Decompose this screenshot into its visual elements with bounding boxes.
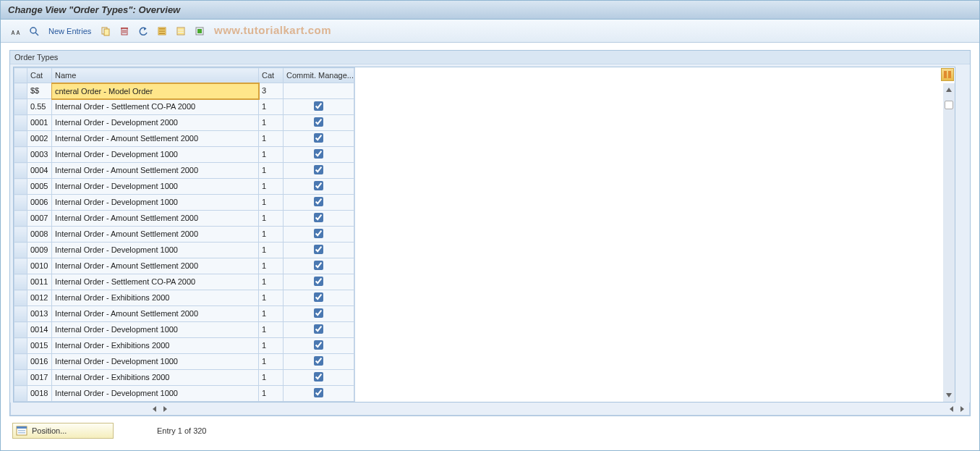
- row-selector[interactable]: [14, 354, 27, 370]
- row-selector[interactable]: [14, 338, 27, 354]
- cell-commit[interactable]: [284, 211, 354, 227]
- cell-cat1[interactable]: 0016: [27, 354, 52, 370]
- cell-name[interactable]: Internal Order - Settlement CO-PA 2000: [52, 99, 259, 115]
- commit-checkbox[interactable]: [314, 213, 323, 222]
- row-selector[interactable]: [14, 115, 27, 131]
- col-header-cat1[interactable]: Cat: [27, 68, 52, 83]
- cell-name[interactable]: Internal Order - Exhibitions 2000: [52, 338, 259, 354]
- commit-checkbox[interactable]: [314, 292, 323, 302]
- commit-checkbox[interactable]: [314, 181, 323, 190]
- cell-name[interactable]: Internal Order - Development 1000: [52, 195, 259, 211]
- cell-commit[interactable]: [284, 115, 354, 131]
- cell-commit[interactable]: [284, 354, 354, 370]
- cell-name[interactable]: Internal Order - Amount Settlement 2000: [52, 131, 259, 147]
- cell-cat1[interactable]: 0004: [27, 163, 52, 179]
- row-selector[interactable]: [14, 290, 27, 306]
- row-selector[interactable]: [14, 274, 27, 290]
- copy-icon[interactable]: [98, 24, 113, 38]
- row-selector[interactable]: [14, 243, 27, 258]
- cell-name[interactable]: Internal Order - Development 2000: [52, 115, 259, 131]
- cell-cat1[interactable]: 0002: [27, 131, 52, 147]
- commit-checkbox[interactable]: [314, 133, 323, 143]
- commit-checkbox[interactable]: [314, 165, 323, 174]
- cell-commit[interactable]: [284, 227, 354, 243]
- commit-checkbox[interactable]: [314, 308, 323, 318]
- commit-checkbox[interactable]: [314, 324, 323, 334]
- cell-cat1[interactable]: 0015: [27, 338, 52, 354]
- table-config-icon[interactable]: [941, 68, 954, 81]
- vertical-scrollbar[interactable]: [943, 83, 955, 402]
- cell-commit[interactable]: [284, 243, 354, 258]
- cell-cat1[interactable]: $$: [27, 83, 52, 99]
- hscroll-left-end-icon[interactable]: [947, 405, 956, 413]
- new-entries-button[interactable]: New Entries: [46, 25, 94, 37]
- cell-commit[interactable]: [284, 99, 354, 115]
- commit-checkbox[interactable]: [314, 197, 323, 206]
- cell-commit[interactable]: [284, 322, 354, 338]
- cell-cat1[interactable]: 0017: [27, 370, 52, 386]
- cell-commit[interactable]: [284, 179, 354, 195]
- horizontal-scrollbar[interactable]: [10, 402, 970, 416]
- commit-checkbox[interactable]: [314, 229, 323, 238]
- deselect-all-icon[interactable]: [174, 24, 188, 38]
- cell-commit[interactable]: [284, 306, 354, 322]
- cell-name[interactable]: [52, 83, 259, 99]
- cell-name[interactable]: Internal Order - Settlement CO-PA 2000: [52, 274, 259, 290]
- cell-name[interactable]: Internal Order - Amount Settlement 2000: [52, 258, 259, 274]
- commit-checkbox[interactable]: [314, 356, 323, 366]
- commit-checkbox[interactable]: [314, 372, 323, 382]
- cell-name[interactable]: Internal Order - Exhibitions 2000: [52, 370, 259, 386]
- cell-commit[interactable]: [284, 163, 354, 179]
- row-selector[interactable]: [14, 258, 27, 274]
- cell-name[interactable]: Internal Order - Amount Settlement 2000: [52, 211, 259, 227]
- cell-commit[interactable]: [284, 274, 354, 290]
- cell-cat1[interactable]: 0009: [27, 243, 52, 258]
- cell-cat1[interactable]: 0010: [27, 258, 52, 274]
- cell-cat1[interactable]: 0005: [27, 179, 52, 195]
- row-selector[interactable]: [14, 99, 27, 115]
- print-icon[interactable]: [192, 24, 207, 38]
- cell-name[interactable]: Internal Order - Development 1000: [52, 179, 259, 195]
- commit-checkbox[interactable]: [314, 245, 323, 254]
- row-selector[interactable]: [14, 370, 27, 386]
- cell-name[interactable]: Internal Order - Development 1000: [52, 322, 259, 338]
- row-selector-header[interactable]: [14, 68, 27, 83]
- toggle-edit-icon[interactable]: [8, 24, 22, 38]
- commit-checkbox[interactable]: [314, 117, 323, 127]
- cell-commit[interactable]: [284, 147, 354, 163]
- cell-name[interactable]: Internal Order - Amount Settlement 2000: [52, 227, 259, 243]
- cell-name[interactable]: Internal Order - Development 1000: [52, 354, 259, 370]
- row-selector[interactable]: [14, 386, 27, 402]
- col-header-commit[interactable]: Commit. Manage...: [284, 68, 354, 83]
- cell-commit[interactable]: [284, 386, 354, 402]
- commit-checkbox[interactable]: [314, 277, 323, 286]
- row-selector[interactable]: [14, 83, 27, 99]
- row-selector[interactable]: [14, 211, 27, 227]
- col-header-name[interactable]: Name: [52, 68, 259, 83]
- commit-checkbox[interactable]: [314, 149, 323, 159]
- cell-commit[interactable]: [284, 290, 354, 306]
- row-selector[interactable]: [14, 131, 27, 147]
- cell-name[interactable]: Internal Order - Development 1000: [52, 243, 259, 258]
- cell-name[interactable]: Internal Order - Exhibitions 2000: [52, 290, 259, 306]
- cell-commit[interactable]: [284, 258, 354, 274]
- commit-checkbox[interactable]: [314, 340, 323, 350]
- cell-commit[interactable]: [284, 83, 354, 99]
- col-header-cat2[interactable]: Cat: [259, 68, 284, 83]
- cell-name[interactable]: Internal Order - Development 1000: [52, 147, 259, 163]
- cell-cat1[interactable]: 0013: [27, 306, 52, 322]
- row-selector[interactable]: [14, 179, 27, 195]
- cell-cat1[interactable]: 0007: [27, 211, 52, 227]
- find-icon[interactable]: [27, 24, 41, 38]
- commit-checkbox[interactable]: [314, 261, 323, 270]
- cell-cat1[interactable]: 0003: [27, 147, 52, 163]
- cell-cat1[interactable]: 0006: [27, 195, 52, 211]
- cell-commit[interactable]: [284, 195, 354, 211]
- cell-cat1[interactable]: 0012: [27, 290, 52, 306]
- hscroll-right-end-icon[interactable]: [958, 405, 966, 413]
- commit-checkbox[interactable]: [314, 101, 323, 111]
- row-selector[interactable]: [14, 163, 27, 179]
- select-all-icon[interactable]: [155, 24, 169, 38]
- cell-cat1[interactable]: 0011: [27, 274, 52, 290]
- undo-icon[interactable]: [136, 24, 150, 38]
